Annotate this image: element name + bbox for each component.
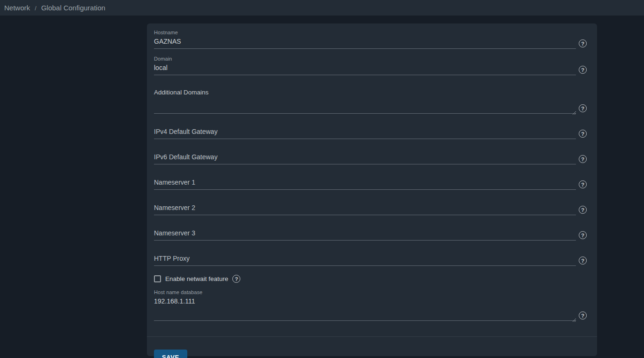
ipv6-gateway-help-icon[interactable]: ? [579, 155, 587, 163]
nameserver3-input[interactable]: Nameserver 3 [154, 229, 576, 241]
breadcrumb-item-network[interactable]: Network [4, 4, 30, 12]
domain-help-icon[interactable]: ? [579, 66, 587, 74]
nameserver3-help-icon[interactable]: ? [579, 231, 587, 239]
host-name-database-textarea[interactable]: 192.168.1.111 [154, 296, 576, 321]
ipv6-gateway-input[interactable]: IPv6 Default Gateway [154, 153, 576, 164]
ipv6-gateway-placeholder: IPv6 Default Gateway [154, 153, 576, 161]
nameserver3-field-row: Nameserver 3 ? [154, 229, 587, 241]
nameserver1-field-row: Nameserver 1 ? [154, 178, 587, 190]
domain-field-row: Domain local ? [154, 56, 587, 75]
netwait-checkbox-label: Enable netwait feature [165, 275, 228, 282]
domain-input[interactable]: Domain local [154, 56, 576, 75]
nameserver1-placeholder: Nameserver 1 [154, 178, 576, 187]
domain-label: Domain [154, 56, 576, 62]
nameserver1-help-icon[interactable]: ? [579, 180, 587, 188]
ipv4-gateway-help-icon[interactable]: ? [579, 130, 587, 138]
nameserver3-placeholder: Nameserver 3 [154, 229, 576, 237]
http-proxy-input[interactable]: HTTP Proxy [154, 254, 576, 266]
hostname-input[interactable]: Hostname GAZNAS [154, 30, 576, 49]
host-name-database-row: 192.168.1.111 ? [154, 296, 587, 321]
resize-handle-icon[interactable] [572, 108, 576, 112]
ipv4-gateway-field-row: IPv4 Default Gateway ? [154, 127, 587, 139]
ipv6-gateway-field-row: IPv6 Default Gateway ? [154, 153, 587, 164]
hostname-help-icon[interactable]: ? [579, 39, 587, 47]
hostname-label: Hostname [154, 30, 576, 36]
nameserver2-field-row: Nameserver 2 ? [154, 203, 587, 215]
hostname-field-row: Hostname GAZNAS ? [154, 30, 587, 49]
http-proxy-field-row: HTTP Proxy ? [154, 254, 587, 266]
breadcrumb-item-global-configuration: Global Configuration [41, 4, 106, 12]
global-configuration-panel: Hostname GAZNAS ? Domain local ? Additio… [147, 23, 597, 356]
resize-handle-icon[interactable] [572, 315, 576, 319]
domain-value: local [154, 63, 576, 72]
breadcrumb: Network/Global Configuration [4, 4, 105, 12]
nameserver2-help-icon[interactable]: ? [579, 206, 587, 214]
actions-bar: SAVE [154, 337, 587, 358]
ipv4-gateway-input[interactable]: IPv4 Default Gateway [154, 127, 576, 139]
http-proxy-placeholder: HTTP Proxy [154, 254, 576, 263]
host-name-database-help-icon[interactable]: ? [579, 311, 587, 319]
nameserver1-input[interactable]: Nameserver 1 [154, 178, 576, 190]
host-name-database-label: Host name database [154, 289, 587, 296]
ipv4-gateway-placeholder: IPv4 Default Gateway [154, 127, 576, 136]
additional-domains-row: ? [154, 96, 587, 114]
nameserver2-placeholder: Nameserver 2 [154, 203, 576, 212]
additional-domains-group: Additional Domains ? [154, 88, 587, 114]
additional-domains-textarea[interactable] [154, 96, 576, 114]
additional-domains-help-icon[interactable]: ? [579, 104, 587, 112]
top-header-bar: Network/Global Configuration [0, 0, 644, 16]
nameserver2-input[interactable]: Nameserver 2 [154, 203, 576, 215]
host-name-database-value: 192.168.1.111 [154, 297, 576, 305]
http-proxy-help-icon[interactable]: ? [579, 257, 587, 265]
save-button[interactable]: SAVE [154, 350, 187, 358]
breadcrumb-separator: / [35, 5, 37, 12]
netwait-checkbox-row: Enable netwait feature ? [154, 275, 587, 283]
additional-domains-label: Additional Domains [154, 88, 587, 96]
netwait-checkbox[interactable] [154, 275, 161, 282]
host-name-database-group: Host name database 192.168.1.111 ? [154, 289, 587, 321]
hostname-value: GAZNAS [154, 37, 576, 46]
netwait-help-icon[interactable]: ? [232, 275, 240, 283]
